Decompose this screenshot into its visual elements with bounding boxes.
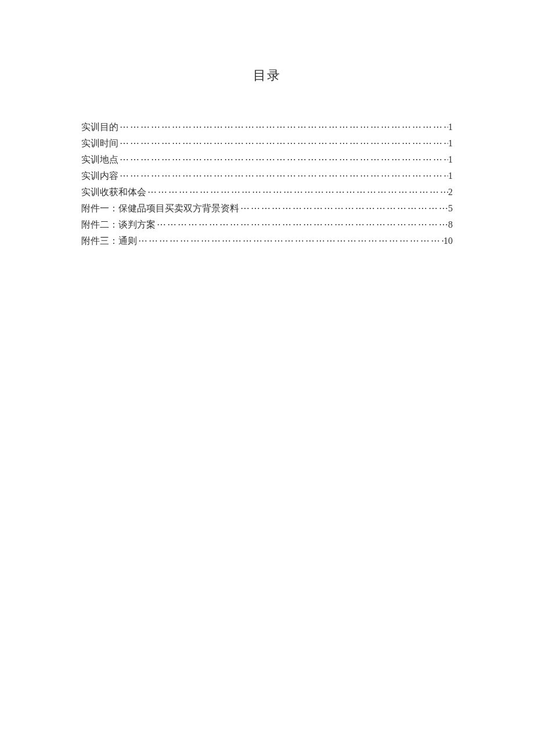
- toc-entry-page: 1: [448, 152, 453, 168]
- toc-leader-dots: [118, 152, 448, 168]
- toc-entry: 附件二：谈判方案 8: [81, 217, 453, 233]
- toc-entry-label: 实训地点: [81, 152, 118, 168]
- toc-leader-dots: [118, 119, 448, 135]
- toc-entry: 实训收获和体会 2: [81, 184, 453, 200]
- toc-entry: 附件一：保健品项目买卖双方背景资料 5: [81, 200, 453, 217]
- toc-entry-page: 1: [448, 168, 453, 184]
- toc-leader-dots: [137, 233, 443, 249]
- toc-entry-page: 1: [448, 119, 453, 135]
- toc-entry-page: 5: [448, 200, 453, 217]
- document-page: 目录 实训目的 1 实训时间 1 实训地点 1 实训内容 1 实训收获和体会 2: [0, 0, 534, 249]
- toc-leader-dots: [156, 217, 448, 233]
- toc-leader-dots: [118, 168, 448, 184]
- toc-leader-dots: [239, 200, 448, 217]
- page-title: 目录: [81, 67, 453, 84]
- toc-entry-page: 8: [448, 217, 453, 233]
- toc-entry-label: 实训目的: [81, 119, 118, 135]
- toc-entry-label: 附件三：通则: [81, 233, 137, 249]
- toc-entry-label: 附件一：保健品项目买卖双方背景资料: [81, 200, 239, 217]
- toc-entry-label: 附件二：谈判方案: [81, 217, 156, 233]
- toc-entry: 实训内容 1: [81, 168, 453, 184]
- toc-entry: 附件三：通则 10: [81, 233, 453, 249]
- toc-leader-dots: [118, 135, 448, 152]
- toc-entry-label: 实训收获和体会: [81, 184, 146, 200]
- toc-entry: 实训目的 1: [81, 119, 453, 135]
- toc-leader-dots: [146, 184, 448, 200]
- table-of-contents: 实训目的 1 实训时间 1 实训地点 1 实训内容 1 实训收获和体会 2 附件…: [81, 119, 453, 249]
- toc-entry-label: 实训内容: [81, 168, 118, 184]
- toc-entry-page: 10: [443, 233, 453, 249]
- toc-entry-page: 1: [448, 135, 453, 152]
- toc-entry-page: 2: [448, 184, 453, 200]
- toc-entry-label: 实训时间: [81, 135, 118, 152]
- toc-entry: 实训时间 1: [81, 135, 453, 152]
- toc-entry: 实训地点 1: [81, 152, 453, 168]
